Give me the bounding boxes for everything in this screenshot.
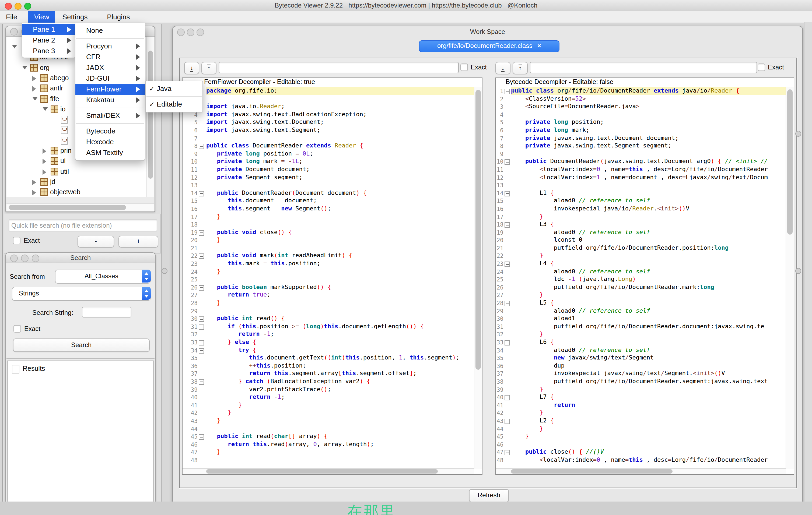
fold-collapse-icon[interactable] (198, 283, 206, 292)
fold-collapse-icon[interactable] (503, 449, 511, 456)
font-increase-button[interactable]: + (118, 236, 158, 247)
quick-file-search-input[interactable] (9, 219, 157, 232)
tree-expand-icon[interactable] (32, 190, 36, 195)
left-load-up-button[interactable]: ↑ (201, 62, 216, 74)
tab-close-icon[interactable]: × (538, 42, 541, 50)
font-decrease-button[interactable]: - (78, 236, 114, 247)
fold-gutter (198, 205, 206, 213)
tree-row-label: prin (60, 147, 71, 154)
workspace-titlebar[interactable]: Work Space (173, 26, 802, 37)
search-from-select[interactable]: All_Classes (55, 270, 151, 283)
tree-collapse-icon[interactable] (22, 65, 27, 69)
right-save-down-button[interactable]: ↓ (495, 62, 511, 74)
fold-collapse-icon[interactable] (503, 417, 511, 425)
refresh-button[interactable]: Refresh (469, 489, 509, 502)
menu-item-pane-2[interactable]: Pane 2 (22, 35, 76, 46)
left-horizontal-scrollbar[interactable] (182, 468, 474, 474)
menu-item-fernflower[interactable]: FernFlower (76, 84, 145, 95)
search-type-select[interactable]: Strings (12, 287, 151, 301)
left-pane-exact-checkbox[interactable] (460, 63, 468, 71)
fold-gutter (198, 370, 206, 378)
tree-collapse-icon[interactable] (12, 45, 17, 49)
right-divider-knob[interactable] (795, 131, 801, 137)
line-number: 40 (496, 393, 503, 401)
menu-item-procyon[interactable]: Procyon (76, 41, 145, 52)
menu-item-none[interactable]: None (76, 25, 145, 36)
fold-collapse-icon[interactable] (503, 260, 511, 268)
fold-collapse-icon[interactable] (198, 229, 206, 236)
menu-item-pane-1[interactable]: Pane 1 (22, 24, 76, 35)
menu-item-pane-3[interactable]: Pane 3 (22, 46, 76, 57)
menu-item-bytecode[interactable]: Bytecode (76, 126, 145, 137)
tree-collapse-icon[interactable] (42, 107, 48, 111)
tab-documentreader[interactable]: org/fife/io/DocumentReader.class × (419, 40, 559, 52)
split-divider-knob[interactable] (162, 268, 168, 274)
tree-row-util[interactable]: util (6, 166, 154, 177)
right-divider-knob[interactable] (795, 268, 801, 274)
tree-collapse-icon[interactable] (32, 97, 38, 100)
left-vertical-scrollbar[interactable] (474, 87, 482, 469)
code-line-5: 5 private long position; (496, 119, 786, 126)
right-pane-exact-checkbox[interactable] (758, 63, 765, 71)
fold-collapse-icon[interactable] (503, 338, 511, 346)
search-button[interactable]: Search (13, 338, 150, 352)
results-label[interactable]: Results (23, 365, 45, 372)
fold-collapse-icon[interactable] (503, 158, 511, 166)
search-exact-checkbox[interactable] (13, 325, 21, 333)
fold-collapse-icon[interactable] (198, 189, 206, 197)
tree-expand-icon[interactable] (42, 169, 46, 175)
search-frame-titlebar[interactable]: Search (6, 253, 155, 263)
menubar-item-view[interactable]: View (28, 11, 55, 23)
tree-expand-icon[interactable] (32, 180, 36, 185)
bytecode-code-viewer[interactable]: 1public class org/fife/io/DocumentReader… (496, 87, 786, 469)
fold-gutter (198, 386, 206, 393)
fold-collapse-icon[interactable] (198, 252, 206, 260)
line-number: 48 (182, 456, 198, 464)
fernflower-code-editor[interactable]: 1package org.fife.io;23import java.io.Re… (182, 87, 474, 469)
tree-expand-icon[interactable] (42, 159, 46, 164)
tree-expand-icon[interactable] (42, 149, 46, 154)
tree-row-objectweb[interactable]: objectweb (6, 187, 154, 197)
submenu-arrow-icon (136, 76, 140, 81)
frame-close-icon[interactable] (10, 28, 18, 35)
left-pane-search-input[interactable] (219, 62, 459, 73)
menu-item-krakatau[interactable]: Krakatau (76, 95, 145, 105)
menu-item-smali-dex[interactable]: Smali/DEX (76, 110, 145, 121)
fold-collapse-icon[interactable] (198, 346, 206, 354)
menu-item-hexcode[interactable]: Hexcode (76, 137, 145, 147)
fold-collapse-icon[interactable] (503, 221, 511, 229)
menubar-item-plugins[interactable]: Plugins (101, 11, 136, 23)
right-horizontal-scrollbar[interactable] (496, 468, 786, 474)
menu-item-jd-gui[interactable]: JD-GUI (76, 73, 145, 84)
right-pane-search-input[interactable] (530, 62, 757, 73)
right-load-up-button[interactable]: ↑ (513, 62, 528, 74)
menu-item-editable[interactable]: ✓Editable (146, 99, 202, 110)
fold-collapse-icon[interactable] (503, 393, 511, 401)
line-number: 20 (496, 237, 503, 244)
menu-item-jadx[interactable]: JADX (76, 62, 145, 73)
left-save-down-button[interactable]: ↓ (184, 62, 199, 74)
tree-expand-icon[interactable] (32, 76, 36, 81)
fold-collapse-icon[interactable] (503, 299, 511, 307)
fold-collapse-icon[interactable] (198, 142, 206, 150)
fold-collapse-icon[interactable] (198, 323, 206, 331)
file-tree-vertical-scrollbar[interactable] (146, 37, 154, 197)
menubar-item-settings[interactable]: Settings (57, 11, 94, 23)
code-line-text: aload1 (511, 315, 786, 323)
fold-collapse-icon[interactable] (198, 315, 206, 323)
right-vertical-scrollbar[interactable] (786, 87, 794, 469)
fold-collapse-icon[interactable] (503, 87, 511, 95)
menu-item-java[interactable]: ✓Java (146, 83, 202, 94)
tree-expand-icon[interactable] (32, 86, 36, 91)
fold-collapse-icon[interactable] (198, 338, 206, 346)
fold-collapse-icon[interactable] (198, 433, 206, 441)
search-string-input[interactable] (82, 307, 132, 317)
quick-search-exact-checkbox[interactable] (13, 237, 21, 244)
file-tree-horizontal-scrollbar[interactable] (6, 204, 154, 211)
fold-collapse-icon[interactable] (198, 378, 206, 386)
menu-item-cfr[interactable]: CFR (76, 52, 145, 62)
menu-item-asm-textify[interactable]: ASM Textify (76, 147, 145, 158)
menubar-item-file[interactable]: File (0, 11, 23, 23)
tree-row-jd[interactable]: jd (6, 177, 154, 187)
fold-collapse-icon[interactable] (503, 189, 511, 197)
